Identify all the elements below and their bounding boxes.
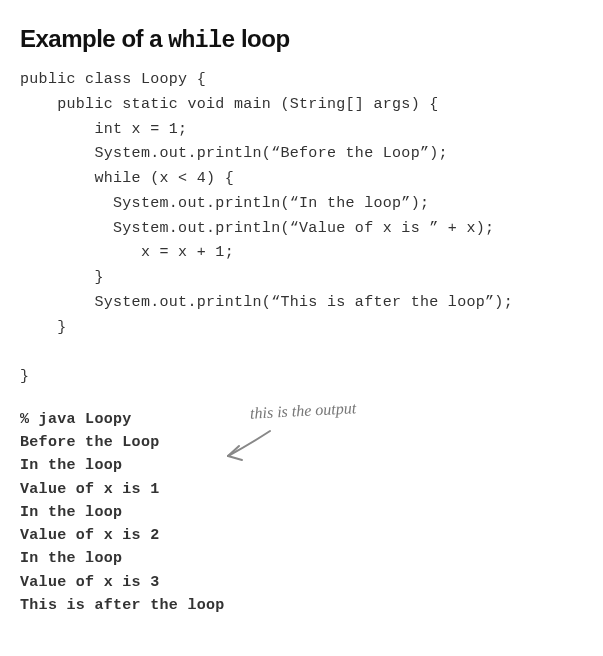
title-prefix: Example of a [20,25,168,52]
output-block: % java Loopy Before the Loop In the loop… [20,408,583,617]
page-title: Example of a while loop [20,25,583,54]
code-block: public class Loopy { public static void … [20,68,583,390]
title-suffix: loop [235,25,290,52]
output-container: this is the output % java Loopy Before t… [20,408,583,617]
title-keyword: while [168,28,235,54]
